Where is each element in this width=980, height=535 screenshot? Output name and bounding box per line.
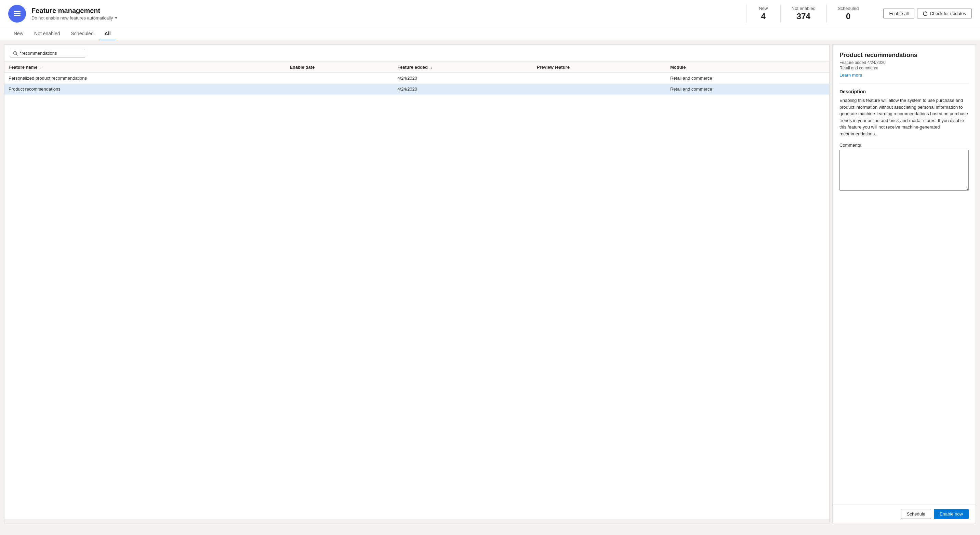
- enable-all-button[interactable]: Enable all: [883, 8, 914, 19]
- detail-content: Product recommendations Feature added 4/…: [833, 45, 975, 505]
- detail-feature-added: Feature added 4/24/2020: [840, 60, 969, 65]
- feature-table: Feature name ↑ Enable date Feature added…: [5, 62, 829, 95]
- detail-module: Retail and commerce: [840, 66, 969, 70]
- cell-preview-feature: [533, 84, 666, 95]
- svg-rect-0: [14, 11, 21, 12]
- search-input-wrap[interactable]: [10, 49, 85, 57]
- list-icon: [12, 9, 22, 19]
- check-updates-label: Check for updates: [930, 11, 966, 16]
- search-icon: [13, 51, 18, 56]
- detail-description-text: Enabling this feature will allow the sys…: [840, 97, 969, 137]
- feature-table-scroll[interactable]: Feature name ↑ Enable date Feature added…: [5, 62, 829, 519]
- col-preview-feature-label: Preview feature: [537, 65, 570, 70]
- col-module[interactable]: Module: [666, 62, 829, 73]
- stat-new: New 4: [746, 5, 780, 22]
- table-horizontal-scrollbar[interactable]: [5, 519, 829, 523]
- svg-rect-2: [14, 15, 21, 16]
- col-enable-date[interactable]: Enable date: [286, 62, 393, 73]
- cell-feature-name: Personalized product recommendations: [5, 73, 286, 84]
- cell-enable-date: [286, 73, 393, 84]
- learn-more-link[interactable]: Learn more: [840, 73, 862, 78]
- search-bar: [5, 45, 829, 62]
- svg-line-4: [16, 54, 18, 56]
- stat-not-enabled-label: Not enabled: [792, 6, 816, 11]
- cell-feature-name: Product recommendations: [5, 84, 286, 95]
- stat-new-value: 4: [757, 12, 769, 21]
- stat-scheduled-value: 0: [838, 12, 859, 21]
- col-feature-added-label: Feature added: [397, 65, 428, 70]
- col-feature-name-label: Feature name: [8, 65, 38, 70]
- tabs-bar: New Not enabled Scheduled All: [0, 27, 980, 40]
- subtitle-dropdown[interactable]: Do not enable new features automatically…: [32, 15, 741, 21]
- stat-not-enabled: Not enabled 374: [780, 5, 826, 22]
- col-feature-added[interactable]: Feature added ↓: [393, 62, 533, 73]
- stat-not-enabled-value: 374: [792, 12, 816, 21]
- col-enable-date-label: Enable date: [290, 65, 315, 70]
- sort-asc-icon: ↑: [40, 66, 42, 70]
- check-updates-button[interactable]: Check for updates: [917, 8, 972, 19]
- stat-new-label: New: [757, 6, 769, 11]
- sort-desc-icon: ↓: [431, 66, 432, 70]
- comments-label: Comments: [840, 143, 969, 148]
- comments-textarea[interactable]: [840, 150, 969, 191]
- cell-feature-added: 4/24/2020: [393, 84, 533, 95]
- tab-new[interactable]: New: [8, 27, 29, 40]
- refresh-icon: [923, 11, 928, 16]
- cell-feature-added: 4/24/2020: [393, 73, 533, 84]
- col-module-label: Module: [670, 65, 686, 70]
- page-title: Feature management: [32, 7, 741, 15]
- description-section-title: Description: [840, 89, 969, 94]
- feature-list-panel: Feature name ↑ Enable date Feature added…: [4, 44, 830, 523]
- stats-section: New 4 Not enabled 374 Scheduled 0: [746, 5, 870, 22]
- stat-scheduled-label: Scheduled: [838, 6, 859, 11]
- search-input[interactable]: [20, 51, 82, 56]
- col-feature-name[interactable]: Feature name ↑: [5, 62, 286, 73]
- table-row[interactable]: Personalized product recommendations4/24…: [5, 73, 829, 84]
- header-title-block: Feature management Do not enable new fea…: [32, 7, 741, 21]
- schedule-button[interactable]: Schedule: [901, 509, 931, 519]
- cell-module: Retail and commerce: [666, 73, 829, 84]
- feature-table-body: Personalized product recommendations4/24…: [5, 73, 829, 95]
- table-row[interactable]: Product recommendations4/24/2020Retail a…: [5, 84, 829, 95]
- chevron-down-icon: ▼: [114, 16, 118, 20]
- detail-footer: Schedule Enable now: [833, 505, 975, 523]
- tab-scheduled[interactable]: Scheduled: [66, 27, 99, 40]
- col-preview-feature[interactable]: Preview feature: [533, 62, 666, 73]
- tab-all[interactable]: All: [99, 27, 116, 40]
- svg-rect-1: [14, 13, 21, 14]
- subtitle-text: Do not enable new features automatically: [32, 15, 113, 21]
- detail-divider: [840, 83, 969, 83]
- page-header: Feature management Do not enable new fea…: [0, 0, 980, 27]
- detail-feature-title: Product recommendations: [840, 52, 969, 59]
- main-content: Feature name ↑ Enable date Feature added…: [0, 40, 980, 527]
- cell-enable-date: [286, 84, 393, 95]
- cell-module: Retail and commerce: [666, 84, 829, 95]
- app-icon: [8, 5, 26, 22]
- enable-now-button[interactable]: Enable now: [934, 509, 969, 519]
- table-header-row: Feature name ↑ Enable date Feature added…: [5, 62, 829, 73]
- stat-scheduled: Scheduled 0: [826, 5, 870, 22]
- header-actions: Enable all Check for updates: [883, 8, 972, 19]
- cell-preview-feature: [533, 73, 666, 84]
- detail-panel: Product recommendations Feature added 4/…: [832, 44, 976, 523]
- tab-not-enabled[interactable]: Not enabled: [29, 27, 66, 40]
- scrollbar-inner: [5, 519, 175, 523]
